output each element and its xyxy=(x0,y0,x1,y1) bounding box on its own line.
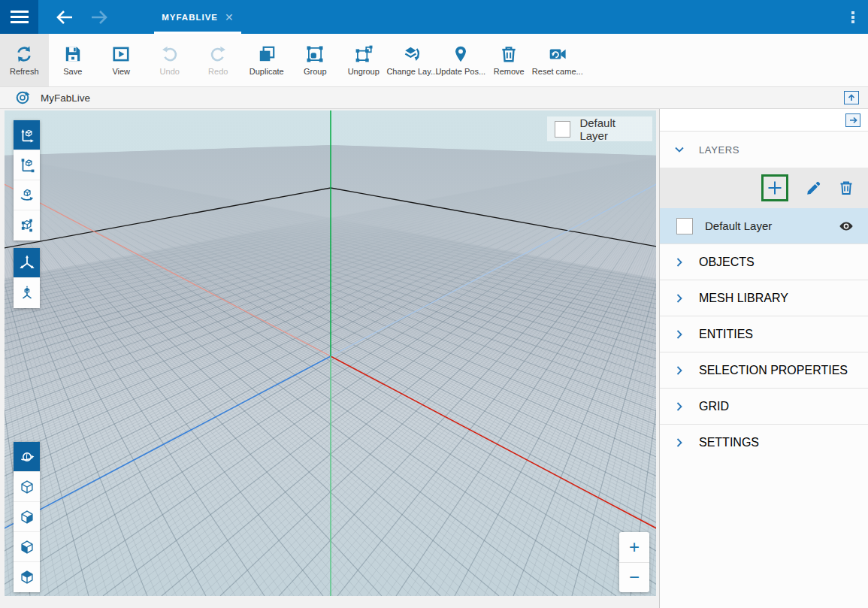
axis-tripod-icon xyxy=(18,254,36,272)
section-settings[interactable]: SETTINGS xyxy=(660,424,868,460)
scale-tool-button[interactable] xyxy=(14,210,40,240)
tab-label: MYFABLIVE xyxy=(162,13,218,22)
save-icon xyxy=(63,44,83,64)
layer-checkbox[interactable] xyxy=(676,218,693,234)
menu-button[interactable] xyxy=(0,0,38,34)
toolbar-label: Undo xyxy=(160,67,180,76)
ungroup-icon xyxy=(354,44,374,64)
top-bar: MYFABLIVE ✕ xyxy=(0,0,868,34)
chevron-right-icon xyxy=(673,256,685,268)
change-layer-button[interactable]: Change Lay... xyxy=(388,34,437,86)
chevron-right-icon xyxy=(673,401,685,413)
toolbar-label: View xyxy=(112,67,130,76)
cube-view-icon xyxy=(18,478,36,496)
move-tool-icon xyxy=(18,126,36,144)
change-layer-icon xyxy=(402,44,422,64)
layer-visibility-button[interactable] xyxy=(838,219,854,233)
section-mesh-library[interactable]: MESH LIBRARY xyxy=(660,280,868,316)
redo-button[interactable]: Redo xyxy=(194,34,243,86)
edit-layer-button[interactable] xyxy=(805,180,821,196)
zoom-controls: + − xyxy=(619,532,649,592)
active-tab-indicator xyxy=(154,32,241,34)
move-tool-button[interactable] xyxy=(14,120,40,150)
section-label: ENTITIES xyxy=(699,328,753,341)
view-icon xyxy=(111,44,131,64)
section-selection-properties[interactable]: SELECTION PROPERTIES xyxy=(660,352,868,388)
view-presets-toolbar xyxy=(14,442,40,592)
menu-icon xyxy=(11,11,29,13)
zoom-out-button[interactable]: − xyxy=(619,563,649,593)
viewport-layer-chip: Default Layer xyxy=(547,116,652,141)
move-alt-tool-button[interactable] xyxy=(14,150,40,180)
axis-tripod-button[interactable] xyxy=(14,248,40,278)
move-alt-tool-icon xyxy=(18,156,36,174)
refresh-icon xyxy=(14,44,34,64)
overflow-menu-button[interactable] xyxy=(845,0,860,34)
undo-icon xyxy=(160,44,180,64)
cube-view-icon xyxy=(18,508,36,526)
reset-camera-button[interactable]: Reset came... xyxy=(534,34,582,86)
section-layers[interactable]: LAYERS xyxy=(660,132,868,168)
forward-icon xyxy=(89,9,109,26)
duplicate-button[interactable]: Duplicate xyxy=(243,34,292,86)
back-button[interactable] xyxy=(47,0,82,34)
kebab-menu-icon xyxy=(851,11,854,14)
remove-button[interactable]: Remove xyxy=(485,34,534,86)
rotate-tool-button[interactable] xyxy=(14,180,40,210)
collapse-toolbar-button[interactable] xyxy=(844,91,859,104)
redo-icon xyxy=(208,44,228,64)
tab-close-icon[interactable]: ✕ xyxy=(225,11,234,23)
add-layer-button[interactable] xyxy=(761,174,788,201)
toolbar-label: Group xyxy=(304,67,327,76)
sidebar-top-strip xyxy=(660,109,868,132)
add-icon xyxy=(767,180,783,196)
chevron-right-icon xyxy=(673,437,685,449)
toolbar-label: Remove xyxy=(494,67,525,76)
orbit-view-icon xyxy=(18,448,36,466)
section-label: GRID xyxy=(699,400,729,413)
chevron-right-icon xyxy=(673,292,685,304)
visibility-icon xyxy=(838,219,854,233)
refresh-button[interactable]: Refresh xyxy=(0,34,49,86)
group-button[interactable]: Group xyxy=(291,34,340,86)
axis-toolbar xyxy=(14,248,40,308)
save-button[interactable]: Save xyxy=(49,34,98,86)
update-position-button[interactable]: Update Pos... xyxy=(437,34,485,86)
collapse-sidebar-button[interactable] xyxy=(845,113,860,127)
duplicate-icon xyxy=(257,44,277,64)
scene-canvas xyxy=(5,110,656,596)
view-button[interactable]: View xyxy=(97,34,146,86)
panel-collapse-up-icon xyxy=(846,93,857,102)
other-side-view-button[interactable] xyxy=(14,532,40,562)
remove-icon xyxy=(499,44,519,64)
3d-viewport[interactable]: Default Layer xyxy=(5,110,656,596)
group-icon xyxy=(305,44,325,64)
tab-myfablive[interactable]: MYFABLIVE ✕ xyxy=(153,0,243,34)
app-icon xyxy=(15,90,30,105)
ungroup-button[interactable]: Ungroup xyxy=(340,34,389,86)
section-grid[interactable]: GRID xyxy=(660,388,868,424)
panel-collapse-right-icon xyxy=(848,116,858,125)
section-label: SETTINGS xyxy=(699,436,759,449)
section-entities[interactable]: ENTITIES xyxy=(660,316,868,352)
viewport-layer-label: Default Layer xyxy=(579,116,645,142)
toolbar-label: Redo xyxy=(208,67,228,76)
front-view-button[interactable] xyxy=(14,472,40,502)
delete-layer-button[interactable] xyxy=(838,180,854,196)
forward-button[interactable] xyxy=(82,0,116,34)
top-view-button[interactable] xyxy=(14,562,40,592)
layer-row-default[interactable]: Default Layer xyxy=(660,208,868,244)
section-label: MESH LIBRARY xyxy=(699,292,788,305)
undo-button[interactable]: Undo xyxy=(146,34,195,86)
section-label: OBJECTS xyxy=(699,256,755,269)
layers-toolbar xyxy=(660,168,868,208)
orbit-view-button[interactable] xyxy=(14,442,40,472)
scale-tool-icon xyxy=(18,216,36,234)
viewport-layer-checkbox[interactable] xyxy=(555,121,570,138)
side-view-button[interactable] xyxy=(14,502,40,532)
back-icon xyxy=(55,9,74,26)
zoom-in-button[interactable]: + xyxy=(619,532,649,563)
section-objects[interactable]: OBJECTS xyxy=(660,244,868,280)
drop-to-origin-button[interactable] xyxy=(14,278,40,308)
update-position-icon xyxy=(451,44,470,64)
